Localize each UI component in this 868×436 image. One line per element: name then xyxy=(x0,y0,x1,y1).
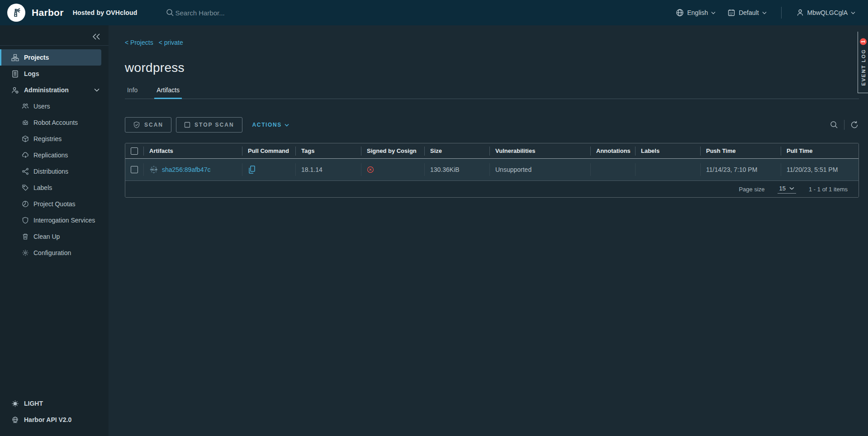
sidebar-item-label: Users xyxy=(33,103,50,110)
sidebar-item-label: Projects xyxy=(24,54,49,61)
sun-icon xyxy=(11,400,19,408)
sidebar-item-label: Clean Up xyxy=(33,233,60,240)
row-select-cell xyxy=(125,163,143,176)
breadcrumb-projects[interactable]: < Projects xyxy=(125,39,153,46)
api-icon xyxy=(11,416,19,424)
theme-toggle-label: LIGHT xyxy=(24,400,43,407)
table-footer: Page size 15 1 - 1 of 1 items xyxy=(125,180,859,197)
items-range-label: 1 - 1 of 1 items xyxy=(809,186,848,193)
event-log-tab[interactable]: EVENT LOG 1 xyxy=(858,32,868,93)
chevron-down-icon xyxy=(285,123,289,127)
tab-artifacts[interactable]: Artifacts xyxy=(154,86,182,99)
distributions-icon xyxy=(22,168,29,175)
main-content: < Projects < private wordpress Info Arti… xyxy=(109,25,868,436)
pull-command-cell xyxy=(242,163,295,176)
sidebar-item-label: Logs xyxy=(24,70,39,77)
sidebar-item-administration[interactable]: Administration xyxy=(0,82,109,98)
select-all-cell xyxy=(125,147,143,156)
sidebar-item-users[interactable]: Users xyxy=(0,98,109,114)
sidebar-item-distributions[interactable]: Distributions xyxy=(0,163,109,180)
column-header-labels: Labels xyxy=(635,147,700,156)
row-checkbox[interactable] xyxy=(131,166,138,173)
logs-icon xyxy=(11,70,19,78)
sidebar-item-label: Configuration xyxy=(33,249,71,256)
page-size-value: 15 xyxy=(779,185,786,192)
column-header-size: Size xyxy=(424,147,489,156)
artifacts-table: Artifacts Pull Command Tags Signed by Co… xyxy=(125,143,859,198)
administration-icon xyxy=(11,86,19,94)
language-menu[interactable]: English xyxy=(676,9,716,17)
calendar-icon xyxy=(727,9,735,17)
app-header: Harbor Hosted by OVHcloud English xyxy=(0,0,868,25)
sidebar-item-registries[interactable]: Registries xyxy=(0,131,109,147)
tags-cell: 18.1.14 xyxy=(295,163,361,176)
sidebar-item-interrogation-services[interactable]: Interrogation Services xyxy=(0,212,109,228)
sidebar-item-label: Robot Accounts xyxy=(33,119,78,126)
column-header-pull-command: Pull Command xyxy=(242,147,295,156)
svg-text:HELM: HELM xyxy=(151,169,157,171)
tab-info[interactable]: Info xyxy=(125,86,140,99)
column-header-signed: Signed by Cosign xyxy=(361,147,424,156)
chevron-down-icon xyxy=(711,11,716,14)
breadcrumb: < Projects < private xyxy=(125,39,868,46)
page-size-label: Page size xyxy=(739,186,764,193)
pull-time-cell: 11/20/23, 5:51 PM xyxy=(781,163,859,176)
toolbar-right xyxy=(830,120,859,130)
sidebar-item-replications[interactable]: Replications xyxy=(0,147,109,163)
sidebar-item-labels[interactable]: Labels xyxy=(0,180,109,196)
user-menu[interactable]: MbwQLGCglA xyxy=(796,9,855,17)
chevron-down-icon xyxy=(762,11,767,14)
collapse-sidebar-icon[interactable] xyxy=(92,33,100,40)
registries-icon xyxy=(22,135,29,142)
sidebar-item-robot-accounts[interactable]: Robot Accounts xyxy=(0,114,109,131)
users-icon xyxy=(22,103,29,110)
sidebar-item-configuration[interactable]: Configuration xyxy=(0,245,109,261)
theme-menu[interactable]: Default xyxy=(727,9,766,17)
column-header-vulnerabilities: Vulnerabilities xyxy=(489,147,590,156)
size-cell: 130.36KiB xyxy=(424,163,489,176)
annotations-cell xyxy=(590,163,635,176)
harbor-logo xyxy=(7,4,25,22)
brand-title: Harbor xyxy=(32,7,64,18)
column-header-annotations: Annotations xyxy=(590,147,635,156)
select-all-checkbox[interactable] xyxy=(131,147,138,155)
sidebar-item-project-quotas[interactable]: Project Quotas xyxy=(0,196,109,212)
globe-icon xyxy=(676,9,684,17)
search-input[interactable] xyxy=(175,9,311,17)
actions-button-label: ACTIONS xyxy=(252,122,282,128)
not-signed-icon xyxy=(367,166,374,173)
sidebar-item-label: Interrogation Services xyxy=(33,217,95,224)
event-log-label: EVENT LOG xyxy=(860,49,866,86)
lighthouse-logo-icon xyxy=(10,7,22,19)
projects-icon xyxy=(11,54,19,62)
hosted-by-label: Hosted by OVHcloud xyxy=(73,9,138,16)
sidebar-item-harbor-api[interactable]: Harbor API V2.0 xyxy=(0,412,109,428)
copy-icon[interactable] xyxy=(248,165,256,174)
sidebar-item-label: Harbor API V2.0 xyxy=(24,416,71,423)
tab-bar: Info Artifacts xyxy=(125,86,859,99)
artifact-digest-link[interactable]: sha256:89afb47c xyxy=(162,166,210,173)
column-header-pull-time: Pull Time xyxy=(781,147,859,156)
actions-dropdown-button[interactable]: ACTIONS xyxy=(252,122,289,128)
scan-button[interactable]: SCAN xyxy=(125,117,171,133)
search-icon xyxy=(166,8,175,17)
scan-button-label: SCAN xyxy=(144,122,163,128)
event-log-badge: 1 xyxy=(860,38,867,45)
toolbar-separator xyxy=(844,120,844,130)
page-size-select[interactable]: 15 xyxy=(778,185,796,194)
gear-icon xyxy=(22,249,29,256)
sidebar-item-logs[interactable]: Logs xyxy=(0,66,109,82)
theme-toggle-light[interactable]: LIGHT xyxy=(0,395,109,412)
header-right: English Default xyxy=(676,7,855,19)
refresh-icon[interactable] xyxy=(850,120,859,129)
global-search[interactable] xyxy=(166,8,311,17)
user-icon xyxy=(796,9,804,17)
chevron-down-icon xyxy=(94,88,100,92)
sidebar-divider xyxy=(0,45,109,46)
stop-scan-button[interactable]: STOP SCAN xyxy=(176,117,242,133)
breadcrumb-private[interactable]: < private xyxy=(159,39,183,46)
sidebar-item-clean-up[interactable]: Clean Up xyxy=(0,228,109,245)
sidebar-item-projects[interactable]: Projects xyxy=(0,49,101,66)
search-artifacts-icon[interactable] xyxy=(830,120,839,129)
column-header-tags: Tags xyxy=(295,147,361,156)
